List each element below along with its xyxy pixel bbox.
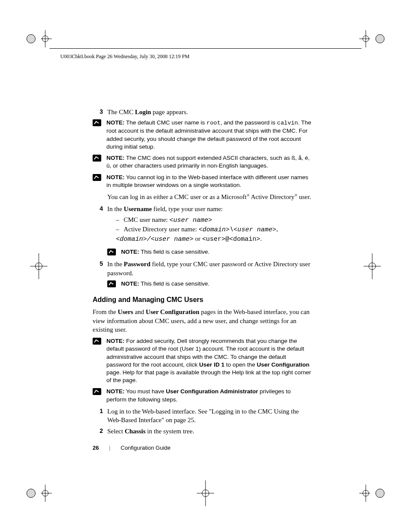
- section-step-2: 2 Select Chassis in the system tree.: [93, 427, 312, 436]
- crop-mark-icon: [359, 26, 385, 52]
- step-text: In the Username field, type your user na…: [107, 205, 312, 246]
- step-number: 1: [93, 407, 107, 425]
- note-default-credentials: NOTE: The default CMC user name is root,…: [93, 119, 312, 151]
- step-number: 5: [93, 260, 107, 277]
- step-4: 4 In the Username field, type your user …: [93, 205, 312, 246]
- svg-point-16: [27, 489, 35, 498]
- svg-point-25: [376, 489, 384, 498]
- svg-rect-33: [107, 280, 116, 287]
- svg-rect-29: [93, 119, 101, 126]
- step-text: Log in to the Web-based interface. See "…: [107, 407, 312, 425]
- footer-separator: |: [109, 445, 110, 451]
- note-icon: [107, 248, 121, 256]
- section-step-1: 1 Log in to the Web-based interface. See…: [93, 407, 312, 425]
- svg-point-4: [42, 36, 48, 42]
- svg-point-5: [376, 34, 384, 43]
- running-header: U003Cbk0.book Page 26 Wednesday, July 30…: [60, 53, 351, 60]
- top-rule: [50, 48, 361, 49]
- page-footer: 26 | Configuration Guide: [93, 445, 171, 451]
- note-text: NOTE: You cannot log in to the Web-based…: [106, 174, 312, 189]
- crop-mark-icon: [26, 253, 52, 279]
- svg-point-1: [27, 34, 35, 43]
- crop-mark-icon: [193, 480, 218, 506]
- svg-rect-35: [93, 388, 101, 395]
- svg-point-20: [42, 490, 48, 496]
- note-case-sensitive: NOTE: This field is case sensitive.: [107, 248, 312, 256]
- crop-mark-icon: [359, 253, 385, 279]
- note-icon: [107, 280, 121, 288]
- note-text: NOTE: This field is case sensitive.: [121, 280, 312, 288]
- svg-rect-30: [93, 155, 101, 162]
- footer-title: Configuration Guide: [121, 445, 171, 451]
- note-text: NOTE: The CMC does not support extended …: [106, 154, 312, 170]
- note-security-recommendation: NOTE: For added security, Dell strongly …: [93, 337, 312, 384]
- crop-mark-icon: [26, 480, 52, 506]
- step-number: 2: [93, 427, 107, 436]
- svg-point-17: [27, 489, 35, 498]
- page-number: 26: [93, 445, 99, 451]
- step-number: 3: [93, 108, 107, 116]
- note-text: NOTE: You must have User Configuration A…: [106, 388, 312, 403]
- list-item: Active Directory user name: <domain>\<us…: [116, 225, 312, 244]
- step-text: The CMC Login page appears.: [107, 108, 312, 116]
- crop-mark-icon: [359, 480, 385, 506]
- note-icon: [93, 174, 106, 182]
- step-text: Select Chassis in the system tree.: [107, 427, 312, 436]
- note-ascii: NOTE: The CMC does not support extended …: [93, 154, 312, 170]
- note-icon: [93, 337, 106, 345]
- svg-point-28: [363, 490, 369, 496]
- svg-point-6: [376, 34, 384, 43]
- note-privileges: NOTE: You must have User Configuration A…: [93, 388, 312, 403]
- content-area: 3 The CMC Login page appears. NOTE: The …: [93, 108, 312, 439]
- step-text: In the Password field, type your CMC use…: [107, 260, 312, 277]
- svg-point-24: [376, 489, 384, 498]
- note-multiwindow: NOTE: You cannot log in to the Web-based…: [93, 174, 312, 189]
- list-item: CMC user name: <user name>: [116, 215, 312, 225]
- login-user-types: You can log in as either a CMC user or a…: [107, 193, 312, 201]
- section-intro: From the Users and User Configuration pa…: [93, 308, 312, 334]
- note-case-sensitive: NOTE: This field is case sensitive.: [107, 280, 312, 288]
- svg-point-15: [369, 263, 376, 270]
- note-icon: [93, 154, 106, 162]
- step-5: 5 In the Password field, type your CMC u…: [93, 260, 312, 277]
- svg-rect-32: [107, 249, 116, 255]
- svg-point-0: [27, 34, 35, 43]
- step-3: 3 The CMC Login page appears.: [93, 108, 312, 116]
- section-heading: Adding and Managing CMC Users: [93, 295, 312, 305]
- note-text: NOTE: For added security, Dell strongly …: [106, 337, 312, 384]
- svg-point-12: [35, 263, 42, 270]
- svg-rect-31: [93, 174, 101, 181]
- note-text: NOTE: The default CMC user name is root,…: [106, 119, 312, 151]
- svg-point-23: [202, 490, 209, 497]
- note-icon: [93, 119, 106, 127]
- page: U003Cbk0.book Page 26 Wednesday, July 30…: [0, 0, 411, 532]
- svg-point-9: [363, 36, 369, 42]
- step-number: 4: [93, 205, 107, 246]
- note-icon: [93, 388, 106, 396]
- crop-mark-icon: [26, 26, 52, 52]
- note-text: NOTE: This field is case sensitive.: [121, 248, 312, 256]
- svg-rect-34: [93, 338, 101, 345]
